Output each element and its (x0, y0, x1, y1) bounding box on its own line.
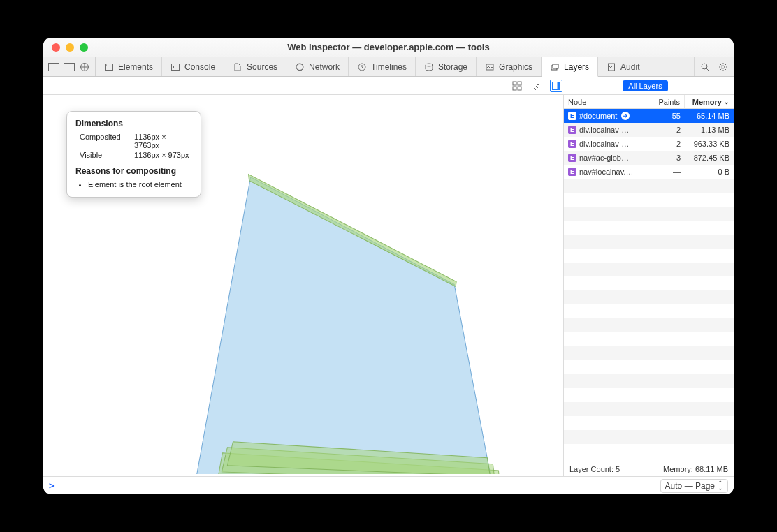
col-paints[interactable]: Paints (651, 95, 685, 108)
tab-console[interactable]: Console (162, 57, 224, 76)
layer-details-popover: Dimensions Composited 1136px × 3763px Vi… (66, 111, 201, 198)
table-row[interactable]: Ediv.localnav-… 2 963.33 KB (564, 137, 734, 151)
dimensions-grid: Composited 1136px × 3763px Visible 1136p… (75, 133, 192, 159)
node-name: div.localnav-… (579, 126, 629, 134)
tab-label: Storage (438, 62, 467, 72)
chevron-up-down-icon: ⌃⌄ (718, 481, 723, 491)
execution-context-picker[interactable]: Auto — Page ⌃⌄ (660, 479, 728, 493)
dock-bottom-icon[interactable] (63, 61, 75, 73)
minimize-window-button[interactable] (66, 43, 74, 52)
svg-point-18 (702, 64, 707, 69)
svg-rect-34 (558, 82, 560, 89)
memory-value: 65.14 MB (685, 112, 734, 120)
col-node[interactable]: Node (564, 95, 651, 108)
paints-value: 55 (651, 112, 685, 120)
tab-layers[interactable]: Layers (542, 57, 598, 77)
svg-line-19 (706, 68, 709, 71)
paints-value: 2 (651, 140, 685, 148)
svg-rect-30 (518, 82, 521, 85)
paints-value: — (651, 168, 685, 176)
composited-value: 1136px × 3763px (134, 133, 192, 149)
tab-network[interactable]: Network (286, 57, 349, 76)
layer-count: Layer Count: 5 (569, 465, 620, 473)
tab-label: Console (184, 62, 215, 72)
svg-rect-0 (49, 63, 59, 71)
close-window-button[interactable] (52, 43, 60, 52)
element-badge-icon: E (568, 126, 576, 134)
layers-sidebar: Node Paints Memory ⌄ E#document➜ 55 65.1… (563, 95, 734, 476)
tab-audit[interactable]: Audit (598, 57, 648, 76)
tab-label: Audit (620, 62, 639, 72)
memory-value: 963.33 KB (685, 140, 734, 148)
search-icon[interactable] (699, 61, 711, 73)
svg-line-25 (720, 64, 721, 65)
navigation-tabs: Elements Console Sources Network Timelin… (96, 57, 694, 76)
col-memory-label: Memory (692, 98, 722, 106)
svg-point-13 (426, 64, 433, 66)
grid-view-icon[interactable] (511, 80, 523, 92)
tab-label: Graphics (499, 62, 532, 72)
tab-label: Timelines (371, 62, 407, 72)
composited-label: Composited (80, 133, 131, 149)
table-row[interactable]: Enav#ac-glob… 3 872.45 KB (564, 151, 734, 165)
all-layers-filter[interactable]: All Layers (623, 80, 667, 91)
network-icon (295, 62, 305, 72)
tab-label: Network (309, 62, 340, 72)
tab-storage[interactable]: Storage (416, 57, 477, 76)
paints-value: 2 (651, 126, 685, 134)
zoom-window-button[interactable] (80, 43, 88, 52)
tab-graphics[interactable]: Graphics (477, 57, 542, 76)
toggle-right-sidebar-icon[interactable] (550, 80, 562, 92)
svg-rect-32 (518, 87, 521, 90)
element-badge-icon: E (568, 140, 576, 148)
reasons-list: Element is the root element (75, 180, 192, 189)
titlebar: Web Inspector — developer.apple.com — to… (43, 38, 734, 57)
paints-value: 3 (651, 154, 685, 162)
svg-rect-10 (172, 64, 180, 70)
layers-icon (550, 62, 560, 72)
table-row[interactable]: E#document➜ 55 65.14 MB (564, 109, 734, 123)
traffic-lights (43, 43, 88, 52)
node-name: nav#ac-glob… (579, 154, 629, 162)
go-to-node-icon[interactable]: ➜ (621, 112, 630, 120)
layers-table-body: E#document➜ 55 65.14 MB Ediv.localnav-… … (564, 109, 734, 461)
tab-timelines[interactable]: Timelines (349, 57, 416, 76)
toolbar-right (694, 57, 734, 76)
console-icon (170, 62, 180, 72)
node-name: #document (579, 112, 617, 120)
col-memory[interactable]: Memory ⌄ (685, 95, 734, 108)
inspector-window: Web Inspector — developer.apple.com — to… (43, 38, 734, 494)
console-prompt-icon[interactable]: > (49, 480, 55, 491)
layers-table-header: Node Paints Memory ⌄ (564, 95, 734, 109)
svg-line-26 (725, 68, 726, 69)
svg-line-27 (720, 68, 721, 69)
element-badge-icon: E (568, 154, 576, 162)
table-row[interactable]: Ediv.localnav-… 2 1.13 MB (564, 123, 734, 137)
sources-icon (233, 62, 242, 72)
paint-brush-icon[interactable] (530, 80, 543, 92)
element-badge-icon: E (568, 112, 576, 120)
navigation-subbar: All Layers (43, 77, 734, 95)
tab-elements[interactable]: Elements (96, 57, 162, 76)
undock-icon[interactable] (78, 61, 91, 73)
node-name: nav#localnav.… (579, 168, 633, 176)
audit-icon (607, 62, 616, 72)
svg-rect-29 (513, 82, 516, 85)
scope-label: Auto — Page (665, 481, 715, 491)
dock-side-icon[interactable] (48, 61, 60, 73)
memory-value: 872.45 KB (685, 154, 734, 162)
settings-gear-icon[interactable] (717, 61, 729, 73)
svg-rect-16 (553, 64, 558, 68)
tab-label: Sources (247, 62, 277, 72)
table-row[interactable]: Enav#localnav.… — 0 B (564, 165, 734, 179)
tab-label: Layers (564, 62, 589, 72)
dock-controls (43, 57, 96, 76)
toolbar: Elements Console Sources Network Timelin… (43, 57, 734, 77)
graphics-icon (485, 62, 495, 72)
reason-item: Element is the root element (88, 180, 192, 189)
chevron-down-icon: ⌄ (724, 98, 729, 105)
svg-line-28 (725, 64, 726, 65)
svg-point-20 (722, 66, 725, 68)
memory-value: 0 B (685, 168, 734, 176)
tab-sources[interactable]: Sources (224, 57, 286, 76)
